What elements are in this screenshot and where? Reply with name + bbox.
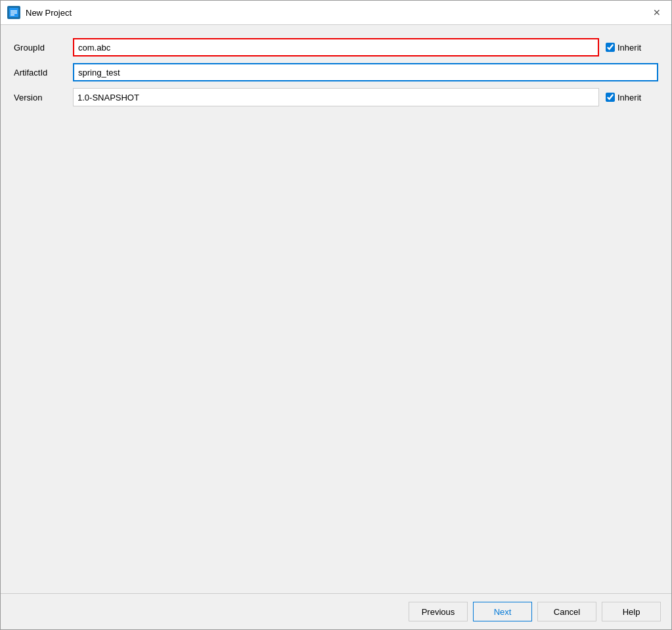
dialog-wrapper: New Project ✕ GroupId Inherit Artifact — [0, 0, 672, 630]
dialog-title: New Project — [26, 8, 72, 18]
version-inherit-container: Inherit — [606, 93, 658, 102]
title-bar-left: New Project — [7, 6, 72, 19]
new-project-dialog: New Project ✕ GroupId Inherit Artifact — [0, 0, 672, 630]
version-input[interactable] — [73, 88, 599, 106]
title-bar: New Project ✕ — [1, 1, 671, 25]
next-label: Next — [494, 607, 512, 617]
close-button[interactable]: ✕ — [649, 5, 665, 20]
previous-button[interactable]: Previous — [409, 602, 468, 621]
help-button[interactable]: Help — [602, 602, 661, 621]
svg-rect-2 — [11, 12, 17, 14]
groupid-input[interactable] — [73, 38, 599, 56]
help-label: Help — [623, 607, 640, 617]
version-row: Version Inherit — [14, 88, 658, 106]
previous-label: Previous — [422, 607, 455, 617]
dialog-body: GroupId Inherit ArtifactId Version — [1, 25, 671, 593]
groupid-inherit-label: Inherit — [617, 43, 641, 53]
form-section: GroupId Inherit ArtifactId Version — [14, 38, 658, 106]
artifactid-row: ArtifactId — [14, 63, 658, 81]
dialog-footer: Previous Next Cancel Help — [1, 593, 671, 629]
svg-rect-3 — [11, 14, 14, 16]
groupid-inherit-container: Inherit — [606, 43, 658, 53]
version-inherit-checkbox[interactable] — [606, 93, 615, 102]
dialog-icon — [7, 6, 20, 19]
next-button[interactable]: Next — [473, 602, 532, 621]
artifactid-input[interactable] — [73, 63, 658, 81]
cancel-button[interactable]: Cancel — [537, 602, 596, 621]
content-area — [14, 120, 658, 587]
groupid-row: GroupId Inherit — [14, 38, 658, 56]
version-inherit-label: Inherit — [617, 93, 641, 102]
svg-rect-1 — [11, 11, 17, 12]
groupid-label: GroupId — [14, 43, 66, 53]
artifactid-label: ArtifactId — [14, 68, 66, 78]
version-label: Version — [14, 93, 66, 102]
cancel-label: Cancel — [554, 607, 580, 617]
groupid-inherit-checkbox[interactable] — [606, 43, 615, 52]
